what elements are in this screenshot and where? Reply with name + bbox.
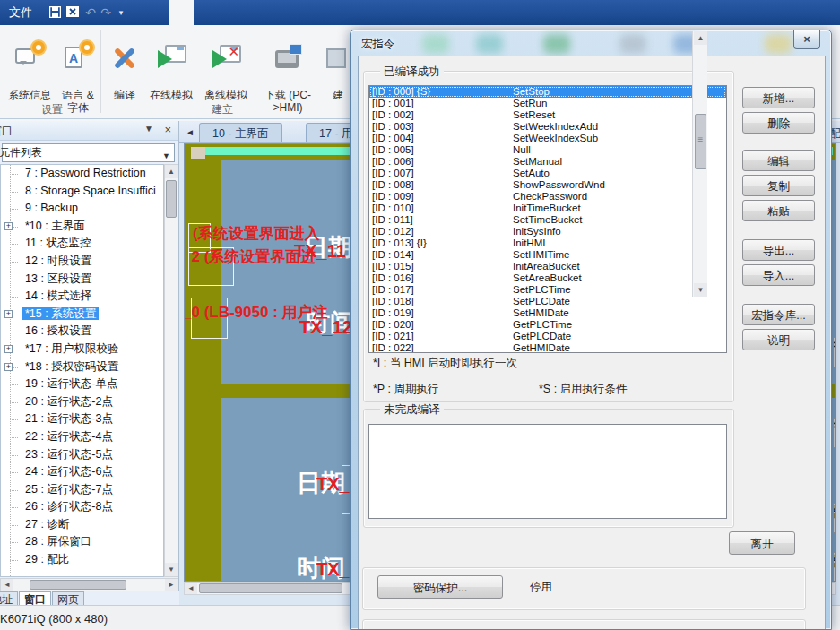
macro-list-row[interactable]: [ID : 006]SetManual <box>369 156 726 168</box>
macro-list-row[interactable]: [ID : 005]Null <box>369 144 726 156</box>
expand-plus-icon[interactable]: + <box>4 345 13 353</box>
tree-item[interactable]: +27 : 诊断 <box>1 516 163 534</box>
dialog-close-button[interactable]: × <box>793 30 820 49</box>
expand-plus-icon[interactable]: + <box>4 222 13 230</box>
tree-item[interactable]: +*18 : 授权密码设置 <box>1 358 163 376</box>
panel-close-icon[interactable]: × <box>164 123 171 136</box>
tree-item[interactable]: +23 : 运行状态-5点 <box>1 446 163 464</box>
tree-item[interactable]: +*10 : 主界面 <box>1 218 163 236</box>
compile-button[interactable]: 编译 <box>106 29 143 114</box>
tree-item[interactable]: +26 : 诊行状态-8点 <box>1 498 163 516</box>
macro-list-row[interactable]: [ID : 007]SetAuto <box>369 168 726 179</box>
macro-list-row[interactable]: [ID : 020]GetPLCTime <box>369 319 726 331</box>
uncompiled-list[interactable] <box>368 424 727 519</box>
tree-item[interactable]: +7 : Password Restriction <box>1 165 163 183</box>
tree-item[interactable]: +29 : 配比 <box>1 551 163 569</box>
canvas-label-tx11[interactable]: TX_11 <box>294 241 346 262</box>
macro-list-row[interactable]: [ID : 003]SetWeekIndexAdd <box>369 121 726 133</box>
macro-list-row[interactable]: [ID : 016]SetAreaBucket <box>369 272 726 284</box>
scroll-right-arrow-icon[interactable]: ► <box>165 579 178 591</box>
canvas-label-tx12[interactable]: TX_12 <box>299 317 352 338</box>
tree-item[interactable]: +20 : 运行状态-2点 <box>1 393 163 411</box>
dialog-side-button[interactable]: 导出... <box>742 239 815 261</box>
tree-item[interactable]: +19 : 运行状态-单点 <box>1 375 163 393</box>
build-partial-button[interactable]: 建 <box>323 29 353 114</box>
menu-tab[interactable] <box>194 0 219 25</box>
tree-item[interactable]: +25 : 运行状态-7点 <box>1 481 163 499</box>
password-protect-button[interactable]: 密码保护... <box>377 575 503 599</box>
scroll-left-arrow-icon[interactable]: ◄ <box>185 583 197 594</box>
macro-list-row[interactable]: [ID : 011]SetTimeBucket <box>369 214 726 226</box>
scroll-down-arrow-icon[interactable]: ▼ <box>165 563 178 576</box>
offline-simulation-button[interactable]: ✕ 离线模拟 <box>201 29 251 114</box>
tree-item[interactable]: +8 : Storage Space Insuffici <box>1 183 163 201</box>
macro-list-row[interactable]: [ID : 009]CheckPassword <box>369 191 726 203</box>
tree-item[interactable]: +28 : 屏保窗口 <box>1 533 163 551</box>
dialog-side-button[interactable]: 说明 <box>742 329 815 350</box>
dialog-side-button[interactable]: 粘贴 <box>742 200 815 221</box>
tree-item[interactable]: +9 : Backup <box>1 200 163 218</box>
macro-list-row[interactable]: [ID : 004]SetWeekIndexSub <box>369 133 726 144</box>
scroll-down-arrow-icon[interactable]: ▼ <box>694 283 707 297</box>
canvas-tab-main[interactable]: 10 - 主界面 <box>199 123 282 142</box>
macro-list-row[interactable]: [ID : 019]SetHMIDate <box>369 307 726 319</box>
scrollbar-thumb[interactable] <box>695 114 706 169</box>
macro-list-row[interactable]: [ID : 017]SetPLCTime <box>369 284 726 296</box>
macro-list-row[interactable]: [ID : 001]SetRun <box>369 98 726 109</box>
macro-list-scrollbar[interactable]: ▲ ▼ <box>692 31 707 297</box>
scroll-up-arrow-icon[interactable]: ▲ <box>694 31 707 45</box>
export-icon[interactable] <box>65 4 81 21</box>
scrollbar-thumb[interactable] <box>166 180 177 218</box>
scrollbar-thumb[interactable] <box>30 580 126 590</box>
panel-caret-icon[interactable]: ▼ <box>144 124 153 134</box>
macro-list-row[interactable]: [ID : 002]SetReset <box>369 109 726 121</box>
dialog-side-button[interactable]: 复制 <box>742 175 815 196</box>
menu-tab[interactable] <box>294 0 319 25</box>
dialog-side-button[interactable]: 新增... <box>742 87 815 108</box>
tree-item[interactable]: +12 : 时段设置 <box>1 253 163 271</box>
tree-item[interactable]: +16 : 授权设置 <box>1 323 163 341</box>
menu-tab[interactable] <box>143 0 169 25</box>
tree-horizontal-scrollbar[interactable]: ◄ ► <box>0 578 178 591</box>
file-menu-button[interactable]: 文件 <box>0 0 41 25</box>
tree-item[interactable]: +21 : 运行状态-3点 <box>1 410 163 428</box>
tree-item[interactable]: +13 : 区段设置 <box>1 271 163 289</box>
dialog-side-button[interactable]: 导入... <box>742 264 815 286</box>
macro-list-row[interactable]: [ID : 013] {I}InitHMI <box>369 237 726 249</box>
scroll-up-arrow-icon[interactable]: ▲ <box>165 165 178 178</box>
macro-list-row[interactable]: [ID : 010]InitTimeBucket <box>369 203 726 214</box>
tree-vertical-scrollbar[interactable]: ▲ ▼ <box>164 164 178 577</box>
quick-access-caret-icon[interactable]: ▾ <box>113 4 129 21</box>
download-button[interactable]: 下载 (PC- >HMI) <box>260 29 316 126</box>
expand-plus-icon[interactable]: + <box>4 363 13 371</box>
macro-list-row[interactable]: [ID : 014]SetHMITime <box>369 249 726 261</box>
menu-tab[interactable] <box>169 0 194 25</box>
tree-item[interactable]: +*17 : 用户权限校验 <box>1 341 163 358</box>
macro-list-row[interactable]: [ID : 015]InitAreaBucket <box>369 261 726 272</box>
macro-list-row[interactable]: [ID : 021]GetPLCDate <box>369 331 726 342</box>
dialog-side-button[interactable]: 宏指令库... <box>742 304 815 325</box>
dialog-side-button[interactable]: 删除 <box>742 112 815 134</box>
tab-scroll-left-icon[interactable]: ◄ <box>183 125 197 140</box>
tree-item[interactable]: +14 : 模式选择 <box>1 288 163 306</box>
tree-item[interactable]: +*15 : 系统设置 <box>1 306 163 324</box>
macro-list-row[interactable]: [ID : 008]ShowPasswordWnd <box>369 179 726 191</box>
scroll-left-arrow-icon[interactable]: ◄ <box>1 579 13 591</box>
online-simulation-button[interactable]: 在线模拟 <box>147 29 195 114</box>
tree-item[interactable]: +22 : 运行状态-4点 <box>1 428 163 446</box>
tree-item[interactable]: +24 : 运行状态-6点 <box>1 463 163 481</box>
macro-list-row[interactable]: [ID : 000] {S}SetStop <box>369 86 726 98</box>
dialog-side-button[interactable]: 编辑 <box>742 150 815 171</box>
leave-button[interactable]: 离开 <box>729 531 795 555</box>
scrollbar-thumb[interactable] <box>199 583 342 593</box>
menu-tab[interactable] <box>244 0 269 25</box>
undo-icon[interactable]: ↶ <box>82 4 99 21</box>
system-info-button[interactable]: 系统信息 <box>4 29 56 114</box>
save-icon[interactable] <box>47 4 63 21</box>
macro-list-row[interactable]: [ID : 018]SetPLCDate <box>369 296 726 307</box>
expand-plus-icon[interactable]: + <box>4 310 13 318</box>
macro-list-row[interactable]: [ID : 022]GetHMIDate <box>369 342 726 353</box>
component-list-dropdown[interactable]: 元件列表 ▼ <box>2 143 175 162</box>
redo-icon[interactable]: ↷ <box>98 4 114 21</box>
menu-tab[interactable] <box>269 0 294 25</box>
